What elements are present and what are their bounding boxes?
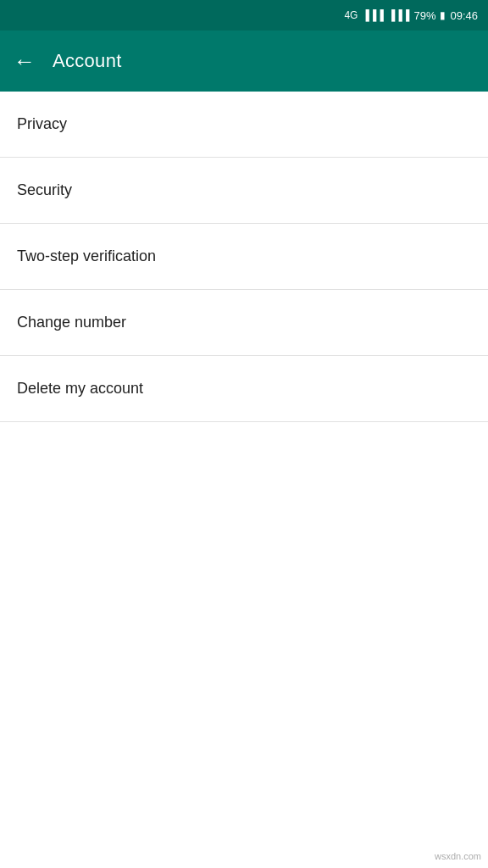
menu-item-privacy[interactable]: Privacy <box>0 92 488 158</box>
menu-item-delete-account[interactable]: Delete my account <box>0 356 488 422</box>
menu-list: Privacy Security Two-step verification C… <box>0 92 488 422</box>
status-bar-right: 4G ▐▐▐ ▐▐▐ 79% ▮ 09:46 <box>344 9 478 22</box>
signal-bars-icon1: ▐▐▐ <box>362 9 384 21</box>
battery-percent: 79% <box>413 9 435 22</box>
clock: 09:46 <box>450 9 478 22</box>
signal-bars-icon2: ▐▐▐ <box>388 9 410 21</box>
page-title: Account <box>53 50 122 72</box>
menu-item-two-step-verification-label: Two-step verification <box>17 248 156 265</box>
menu-item-change-number-label: Change number <box>17 314 126 331</box>
menu-item-change-number[interactable]: Change number <box>0 290 488 356</box>
menu-item-two-step-verification[interactable]: Two-step verification <box>0 224 488 290</box>
menu-item-delete-account-label: Delete my account <box>17 380 143 398</box>
menu-item-privacy-label: Privacy <box>17 115 67 133</box>
status-bar: 4G ▐▐▐ ▐▐▐ 79% ▮ 09:46 <box>0 0 488 31</box>
signal-4g-icon: 4G <box>344 9 358 21</box>
menu-item-security-label: Security <box>17 181 72 199</box>
watermark: wsxdn.com <box>435 851 481 861</box>
header: ← Account <box>0 31 488 92</box>
battery-icon: ▮ <box>440 9 446 21</box>
menu-item-security[interactable]: Security <box>0 158 488 224</box>
back-button[interactable]: ← <box>14 50 36 72</box>
